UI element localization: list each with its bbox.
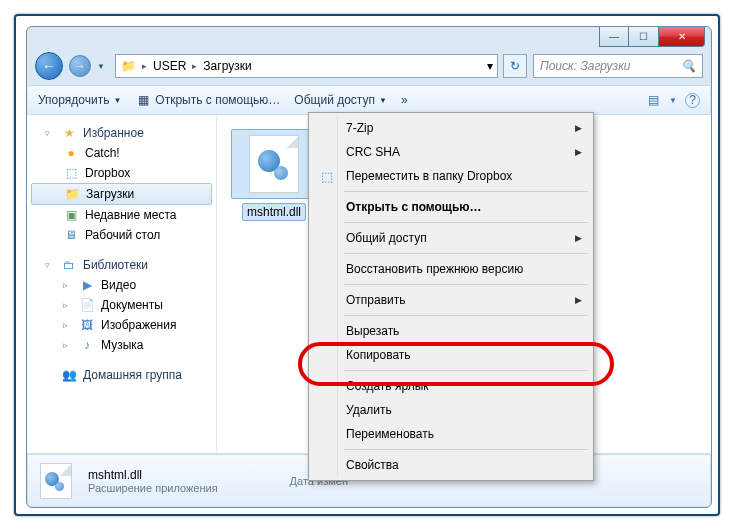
submenu-arrow-icon: ▶ — [575, 233, 582, 243]
search-input[interactable]: Поиск: Загрузки 🔍 — [533, 54, 703, 78]
video-icon: ▶ — [79, 277, 95, 293]
context-menu-item[interactable]: CRC SHA▶ — [312, 140, 590, 164]
sidebar-item-downloads[interactable]: 📁Загрузки — [31, 183, 212, 205]
minimize-button[interactable]: — — [599, 27, 629, 47]
sidebar-item-catch[interactable]: ●Catch! — [27, 143, 216, 163]
context-menu-item[interactable]: Отправить▶ — [312, 288, 590, 312]
open-with-icon: ▦ — [135, 92, 151, 108]
sidebar-item-recent[interactable]: ▣Недавние места — [27, 205, 216, 225]
context-menu-item[interactable]: Удалить — [312, 398, 590, 422]
caret-icon: ▿ — [45, 260, 55, 270]
context-menu-item[interactable]: Переименовать — [312, 422, 590, 446]
caret-icon: ▹ — [63, 300, 73, 310]
menu-item-label: Открыть с помощью… — [346, 200, 482, 214]
favorites-header[interactable]: ▿ ★ Избранное — [27, 123, 216, 143]
sidebar-item-label: Dropbox — [85, 166, 130, 180]
window-controls: — ☐ ✕ — [599, 27, 705, 47]
sidebar-item-label: Музыка — [101, 338, 143, 352]
sidebar-item-dropbox[interactable]: ⬚Dropbox — [27, 163, 216, 183]
recent-icon: ▣ — [63, 207, 79, 223]
context-menu-item[interactable]: 7-Zip▶ — [312, 116, 590, 140]
open-with-button[interactable]: ▦ Открыть с помощью… — [135, 92, 280, 108]
status-filename: mshtml.dll — [88, 468, 218, 482]
documents-icon: 📄 — [79, 297, 95, 313]
images-icon: 🖼 — [79, 317, 95, 333]
help-button[interactable]: ? — [685, 93, 700, 108]
nav-forward-button[interactable]: → — [69, 55, 91, 77]
breadcrumb-downloads[interactable]: Загрузки — [203, 59, 251, 73]
sidebar-item-label: Документы — [101, 298, 163, 312]
file-item[interactable]: mshtml.dll — [231, 129, 317, 221]
menu-item-label: Свойства — [346, 458, 399, 472]
sidebar-item-video[interactable]: ▹▶Видео — [27, 275, 216, 295]
folder-icon: 📁 — [120, 58, 136, 74]
star-icon: ★ — [61, 125, 77, 141]
sidebar-item-label: Загрузки — [86, 187, 134, 201]
address-bar[interactable]: 📁 ▸ USER ▸ Загрузки ▾ — [115, 54, 498, 78]
navigation-row: ← → ▼ 📁 ▸ USER ▸ Загрузки ▾ ↻ Поиск: Заг… — [35, 51, 703, 81]
folder-icon: 📁 — [64, 186, 80, 202]
context-menu-item[interactable]: Копировать — [312, 343, 590, 367]
homegroup-header[interactable]: ▿ 👥 Домашняя группа — [27, 365, 216, 385]
context-menu-item[interactable]: Восстановить прежнюю версию — [312, 257, 590, 281]
sidebar-item-label: Catch! — [85, 146, 120, 160]
homegroup-label: Домашняя группа — [83, 368, 182, 382]
context-menu-item[interactable]: Общий доступ▶ — [312, 226, 590, 250]
context-menu-separator — [344, 449, 588, 450]
submenu-arrow-icon: ▶ — [575, 295, 582, 305]
catch-icon: ● — [63, 145, 79, 161]
context-menu-item[interactable]: Свойства — [312, 453, 590, 477]
music-icon: ♪ — [79, 337, 95, 353]
status-file-icon — [40, 463, 76, 499]
share-button[interactable]: Общий доступ ▼ — [294, 93, 387, 107]
sidebar-item-documents[interactable]: ▹📄Документы — [27, 295, 216, 315]
address-dropdown[interactable]: ▾ — [487, 59, 493, 73]
close-button[interactable]: ✕ — [659, 27, 705, 47]
nav-history-dropdown[interactable]: ▼ — [97, 62, 109, 71]
caret-icon: ▹ — [63, 320, 73, 330]
breadcrumb-user[interactable]: USER — [153, 59, 186, 73]
menu-item-icon: ⬚ — [318, 167, 336, 185]
menu-item-label: Создать ярлык — [346, 379, 429, 393]
context-menu-separator — [344, 284, 588, 285]
toolbar: Упорядочить ▼ ▦ Открыть с помощью… Общий… — [28, 85, 710, 115]
organize-button[interactable]: Упорядочить ▼ — [38, 93, 121, 107]
sidebar-item-music[interactable]: ▹♪Музыка — [27, 335, 216, 355]
context-menu-separator — [344, 253, 588, 254]
menu-item-label: Отправить — [346, 293, 406, 307]
sidebar-item-label: Видео — [101, 278, 136, 292]
context-menu-item[interactable]: Вырезать — [312, 319, 590, 343]
menu-item-label: Копировать — [346, 348, 411, 362]
libraries-header[interactable]: ▿ 🗀 Библиотеки — [27, 255, 216, 275]
context-menu-item[interactable]: Открыть с помощью… — [312, 195, 590, 219]
desktop-icon: 🖥 — [63, 227, 79, 243]
search-placeholder: Поиск: Загрузки — [540, 59, 631, 73]
libraries-icon: 🗀 — [61, 257, 77, 273]
maximize-button[interactable]: ☐ — [629, 27, 659, 47]
sidebar-item-desktop[interactable]: 🖥Рабочий стол — [27, 225, 216, 245]
toolbar-overflow[interactable]: » — [401, 93, 408, 107]
file-thumbnail — [231, 129, 317, 199]
context-menu-separator — [344, 370, 588, 371]
menu-item-label: Переименовать — [346, 427, 434, 441]
context-menu-separator — [344, 315, 588, 316]
breadcrumb-sep: ▸ — [142, 61, 147, 71]
search-icon: 🔍 — [681, 59, 696, 73]
context-menu: 7-Zip▶CRC SHA▶⬚Переместить в папку Dropb… — [308, 112, 594, 481]
breadcrumb-sep: ▸ — [192, 61, 197, 71]
file-label: mshtml.dll — [242, 203, 306, 221]
nav-back-button[interactable]: ← — [35, 52, 63, 80]
menu-item-label: Переместить в папку Dropbox — [346, 169, 512, 183]
context-menu-item[interactable]: ⬚Переместить в папку Dropbox — [312, 164, 590, 188]
dropbox-icon: ⬚ — [63, 165, 79, 181]
refresh-button[interactable]: ↻ — [503, 54, 527, 78]
sidebar: ▿ ★ Избранное ●Catch! ⬚Dropbox 📁Загрузки… — [27, 115, 217, 453]
view-button[interactable]: ▤ — [645, 92, 661, 108]
sidebar-item-images[interactable]: ▹🖼Изображения — [27, 315, 216, 335]
sidebar-item-label: Изображения — [101, 318, 176, 332]
context-menu-item[interactable]: Создать ярлык — [312, 374, 590, 398]
homegroup-icon: 👥 — [61, 367, 77, 383]
menu-item-label: 7-Zip — [346, 121, 373, 135]
context-menu-separator — [344, 222, 588, 223]
dll-icon — [249, 135, 299, 193]
